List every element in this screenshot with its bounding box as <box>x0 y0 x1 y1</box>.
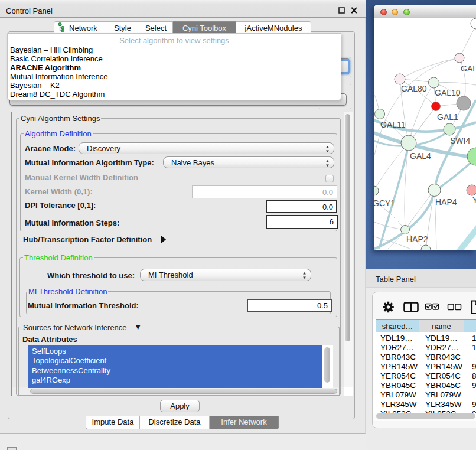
svg-text:GAL11: GAL11 <box>380 120 406 129</box>
svg-text:GCY1: GCY1 <box>374 198 395 208</box>
svg-text:GAL: GAL <box>461 64 476 73</box>
svg-text:GAL80: GAL80 <box>401 84 427 93</box>
svg-text:GAL10: GAL10 <box>435 88 461 97</box>
svg-text:HAP2: HAP2 <box>406 234 428 244</box>
svg-text:HAP4: HAP4 <box>435 197 457 207</box>
svg-text:GAL1: GAL1 <box>437 112 458 122</box>
svg-text:Y: Y <box>472 195 476 205</box>
svg-text:SWI4: SWI4 <box>450 136 470 145</box>
svg-text:GAL4: GAL4 <box>410 151 431 161</box>
